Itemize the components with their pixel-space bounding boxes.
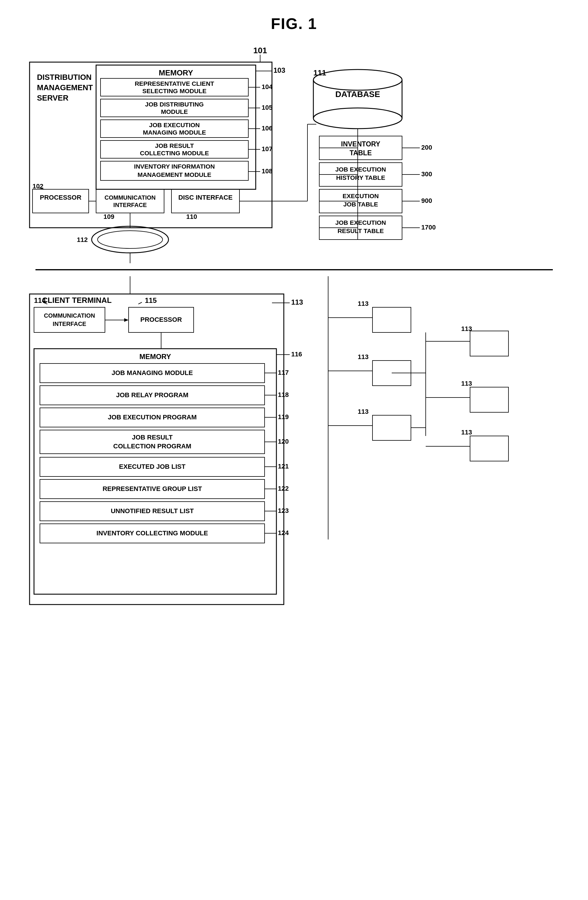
ct-comm-label1: COMMUNICATION (44, 312, 95, 319)
ct-memory-label: MEMORY (139, 352, 171, 360)
db-table-jeh-label1: JOB EXECUTION (335, 166, 386, 173)
module-104-line2: SELECTING MODULE (142, 88, 206, 94)
dms-label-line1: DISTRIBUTION (37, 73, 92, 82)
db-table-inventory-label1: INVENTORY (341, 140, 380, 148)
client-box-r2 (470, 387, 509, 412)
ct-name-label: CLIENT TERMINAL (42, 296, 112, 305)
module-105-line1: JOB DISTRIBUTING (145, 101, 203, 108)
module-108-line1: INVENTORY INFORMATION (134, 163, 215, 170)
comm-iface-dms-label1: COMMUNICATION (104, 194, 155, 201)
ref-107: 107 (262, 145, 272, 153)
module-120-label1: JOB RESULT (132, 434, 173, 441)
dms-label-line2: MANAGEMENT (37, 83, 93, 92)
db-table-ej-label1: EXECUTION (342, 192, 379, 199)
module-118-label: JOB RELAY PROGRAM (116, 391, 188, 399)
ref-111: 111 (313, 68, 326, 77)
db-table-jeh-label2: HISTORY TABLE (336, 174, 385, 181)
ct-processor-label: PROCESSOR (140, 316, 182, 323)
module-119-label: JOB EXECUTION PROGRAM (108, 413, 197, 421)
separator-line (36, 269, 553, 270)
network-ellipse-inner (97, 231, 162, 248)
module-122-label: REPRESENTATIVE GROUP LIST (102, 485, 202, 492)
arrow-comm-proc (124, 318, 128, 322)
ref-900: 900 (421, 197, 432, 204)
ref-122: 122 (278, 485, 289, 492)
network-ellipse (92, 226, 169, 253)
ref-120: 120 (278, 438, 289, 445)
bottom-diagram: 114 CLIENT TERMINAL 115 113 COMMUNICATIO… (18, 273, 571, 613)
ref-106: 106 (262, 124, 272, 132)
dms-label-line3: SERVER (37, 93, 68, 102)
client-box-1 (373, 307, 411, 332)
module-107-line1: JOB RESULT (155, 142, 194, 149)
module-121-label: EXECUTED JOB LIST (119, 463, 186, 470)
ref-121: 121 (278, 462, 289, 470)
db-table-ej-label2: JOB TABLE (343, 201, 378, 208)
ref-119: 119 (278, 413, 289, 421)
client-box-r3 (470, 436, 509, 461)
disc-iface-label1: DISC INTERFACE (178, 194, 232, 201)
module-104-line1: REPRESENTATIVE CLIENT (135, 80, 214, 87)
ref-113-rr1: 113 (461, 325, 472, 332)
db-label: DATABASE (335, 90, 380, 99)
ref-300: 300 (421, 171, 432, 178)
ct-comm-iface-box (34, 307, 105, 332)
memory-label: MEMORY (158, 68, 193, 77)
comm-iface-dms-box (96, 189, 164, 213)
module-123-label: UNNOTIFIED RESULT LIST (111, 507, 193, 515)
top-diagram: 101 DISTRIBUTION MANAGEMENT SERVER MEMOR… (18, 44, 571, 266)
module-117-label: JOB MANAGING MODULE (111, 369, 193, 377)
ref-200: 200 (421, 144, 432, 151)
ref-104: 104 (262, 83, 272, 90)
ref-113-rr2: 113 (461, 380, 472, 387)
ref-110: 110 (186, 213, 197, 220)
module-107-line2: COLLECTING MODULE (140, 150, 209, 157)
ref-113-rr3: 113 (461, 428, 472, 436)
module-106-line1: JOB EXECUTION (149, 121, 200, 128)
module-108-line2: MANAGEMENT MODULE (138, 171, 211, 178)
svg-line-29 (138, 302, 142, 304)
client-box-r1 (470, 331, 509, 356)
db-table-jer-label2: RESULT TABLE (337, 227, 384, 234)
disc-iface-box (172, 189, 240, 213)
ref-113-r3: 113 (358, 408, 369, 415)
ref-101: 101 (253, 46, 267, 55)
ref-118: 118 (278, 391, 289, 399)
module-124-label: INVENTORY COLLECTING MODULE (96, 529, 208, 537)
ref-103: 103 (274, 66, 285, 74)
ref-116: 116 (291, 351, 302, 358)
ref-124: 124 (278, 529, 289, 537)
ref-108: 108 (262, 168, 272, 175)
ref-109: 109 (104, 213, 115, 220)
ref-113-ct: 113 (291, 298, 303, 306)
module-120-label2: COLLECTION PROGRAM (113, 442, 191, 450)
db-cylinder-top (313, 70, 402, 90)
module-106-line2: MANAGING MODULE (143, 129, 206, 136)
ref-115: 115 (145, 296, 157, 304)
client-box-3 (373, 415, 411, 441)
db-table-jer-label1: JOB EXECUTION (335, 219, 386, 226)
comm-iface-dms-label2: INTERFACE (113, 202, 147, 208)
ref-113-r1: 113 (358, 300, 369, 307)
ref-113-r2: 113 (358, 353, 369, 360)
page-title: FIG. 1 (18, 0, 571, 33)
db-cylinder-bottom (313, 108, 402, 129)
ref-105: 105 (262, 104, 272, 111)
ref-123: 123 (278, 507, 289, 514)
ref-112: 112 (77, 236, 88, 244)
ct-comm-label2: INTERFACE (53, 321, 86, 327)
ref-1700: 1700 (421, 223, 436, 231)
ref-117: 117 (278, 369, 289, 376)
db-cylinder-body (313, 80, 402, 118)
processor-label: PROCESSOR (40, 194, 81, 201)
db-table-inventory-label2: TABLE (350, 149, 371, 157)
processor-box (32, 189, 89, 213)
module-105-line2: MODULE (161, 108, 188, 115)
